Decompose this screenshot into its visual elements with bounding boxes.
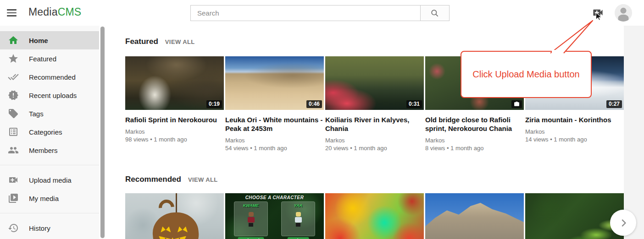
game-character-name: KWAME bbox=[234, 203, 267, 208]
game-title-text: CHOOSE A CHARACTER bbox=[225, 195, 324, 200]
sidebar-item-my-media[interactable]: My media bbox=[0, 189, 99, 207]
sidebar-item-tags[interactable]: Tags bbox=[0, 104, 99, 123]
sidebar-item-label: My media bbox=[29, 195, 59, 202]
video-meta: 14 views • 1 month ago bbox=[525, 136, 624, 143]
video-title[interactable]: Koiliaris River in Kalyves, Chania bbox=[325, 115, 424, 133]
sidebar-item-recent-uploads[interactable]: Recent uploads bbox=[0, 86, 99, 104]
video-thumbnail-river[interactable]: 0:31 bbox=[325, 56, 424, 110]
double-check-icon bbox=[8, 71, 19, 82]
video-title[interactable]: Old bridge close to Rafioli sprint, Nero… bbox=[425, 115, 524, 133]
sidebar: Home Featured Recommended Recent uploads… bbox=[0, 26, 99, 239]
media-card: CHOOSE A CHARACTER KWAME YAA Selected Se… bbox=[225, 193, 324, 239]
camera-badge bbox=[511, 100, 522, 108]
video-thumbnail-waterfall[interactable]: 0:19 bbox=[125, 56, 224, 110]
featured-section-header: Featured VIEW ALL bbox=[125, 37, 195, 46]
annotation-callout-text: Click Upload Media button bbox=[472, 69, 579, 80]
people-icon bbox=[8, 145, 19, 156]
video-author[interactable]: Markos bbox=[125, 128, 224, 136]
sidebar-item-members[interactable]: Members bbox=[0, 141, 99, 159]
recommended-view-all-link[interactable]: VIEW ALL bbox=[188, 176, 218, 183]
content-right-gutter bbox=[624, 26, 644, 239]
mediacms-app: MediaCMS bbox=[0, 0, 644, 239]
video-title[interactable]: Ziria mountain - Korinthos bbox=[525, 115, 624, 124]
video-library-icon bbox=[8, 193, 19, 204]
video-thumbnail-mountain-scree[interactable] bbox=[425, 193, 524, 239]
search-button[interactable] bbox=[420, 5, 449, 21]
history-icon bbox=[8, 223, 19, 234]
video-thumbnail-game-character-select[interactable]: CHOOSE A CHARACTER KWAME YAA Selected Se… bbox=[225, 193, 324, 239]
game-character-sprite bbox=[247, 212, 255, 227]
game-character-panel: YAA bbox=[281, 201, 315, 236]
mountain-shape bbox=[425, 193, 524, 239]
sidebar-item-label: History bbox=[29, 224, 50, 232]
annotation-callout: Click Upload Media button bbox=[461, 51, 592, 98]
media-card bbox=[125, 193, 224, 239]
featured-section-title: Featured bbox=[125, 37, 158, 46]
video-thumbnail-abstract-colors[interactable] bbox=[325, 193, 424, 239]
sidebar-scrollbar-thumb[interactable] bbox=[100, 27, 105, 238]
duration-badge: 0:19 bbox=[206, 100, 222, 108]
video-meta: 8 views • 1 month ago bbox=[425, 144, 524, 152]
video-thumbnail-green-leaves[interactable] bbox=[525, 193, 624, 239]
video-title[interactable]: Leuka Ori - White mountains - Peak at 24… bbox=[225, 115, 324, 133]
user-avatar[interactable] bbox=[615, 4, 632, 22]
sidebar-item-featured[interactable]: Featured bbox=[0, 49, 99, 68]
home-icon bbox=[8, 35, 19, 46]
video-meta: 98 views • 1 month ago bbox=[125, 136, 224, 143]
sidebar-divider bbox=[0, 165, 99, 165]
game-select-button: Select bbox=[288, 237, 309, 239]
video-meta: 20 views • 1 month ago bbox=[325, 144, 424, 152]
sidebar-item-label: Home bbox=[29, 37, 48, 44]
sidebar-item-label: Tags bbox=[29, 110, 44, 118]
new-releases-icon bbox=[8, 90, 19, 101]
video-author[interactable]: Markos bbox=[425, 136, 524, 144]
recommended-section-title: Recommended bbox=[125, 175, 181, 184]
video-author[interactable]: Markos bbox=[525, 128, 624, 136]
annotation-callout-arrow-joint bbox=[552, 50, 563, 54]
video-author[interactable]: Markos bbox=[225, 136, 324, 144]
media-card: 0:46 Leuka Ori - White mountains - Peak … bbox=[225, 56, 324, 152]
sidebar-divider bbox=[0, 213, 99, 213]
pumpkin-body bbox=[151, 211, 200, 239]
search-icon bbox=[430, 9, 439, 18]
game-selected-button: Selected bbox=[238, 237, 264, 239]
star-icon bbox=[8, 53, 19, 64]
search-bar bbox=[190, 5, 450, 21]
logo-part-cms: CMS bbox=[58, 6, 82, 18]
sidebar-item-upload-media[interactable]: Upload media bbox=[0, 171, 99, 189]
app-logo[interactable]: MediaCMS bbox=[28, 6, 81, 18]
featured-view-all-link[interactable]: VIEW ALL bbox=[165, 38, 195, 45]
annotation-callout-arrow bbox=[541, 17, 599, 55]
hamburger-menu-icon[interactable] bbox=[7, 7, 19, 18]
media-card: 0:31 Koiliaris River in Kalyves, Chania … bbox=[325, 56, 424, 152]
sidebar-item-label: Categories bbox=[29, 128, 62, 136]
video-meta: 54 views • 1 month ago bbox=[225, 144, 324, 152]
media-card: 0:19 Rafioli Sprint in Nerokourou Markos… bbox=[125, 56, 224, 152]
duration-badge: 0:46 bbox=[306, 100, 322, 108]
duration-badge: 0:31 bbox=[406, 100, 422, 108]
game-character-sprite bbox=[294, 212, 302, 227]
video-author[interactable]: Markos bbox=[325, 136, 424, 144]
video-title[interactable]: Rafioli Sprint in Nerokourou bbox=[125, 115, 224, 124]
person-icon bbox=[615, 4, 632, 22]
sidebar-item-label: Recommended bbox=[29, 73, 76, 81]
media-card bbox=[525, 193, 624, 239]
carousel-next-button[interactable] bbox=[610, 210, 636, 236]
chevron-right-icon bbox=[617, 217, 629, 229]
media-card bbox=[425, 193, 524, 239]
sidebar-item-label: Upload media bbox=[29, 176, 72, 184]
pumpkin-string bbox=[176, 193, 177, 214]
sidebar-item-recommended[interactable]: Recommended bbox=[0, 68, 99, 86]
sidebar-item-label: Members bbox=[29, 147, 58, 154]
sidebar-item-home[interactable]: Home bbox=[0, 31, 99, 49]
recommended-section-header: Recommended VIEW ALL bbox=[125, 175, 218, 184]
camera-icon bbox=[514, 101, 520, 107]
sidebar-item-categories[interactable]: Categories bbox=[0, 123, 99, 141]
search-input[interactable] bbox=[191, 5, 420, 21]
logo-part-media: Media bbox=[28, 6, 58, 18]
sidebar-item-history[interactable]: History bbox=[0, 219, 99, 237]
video-thumbnail-pumpkin-craft[interactable] bbox=[125, 193, 224, 239]
recommended-cards-row: CHOOSE A CHARACTER KWAME YAA Selected Se… bbox=[125, 193, 624, 239]
video-thumbnail-mountains[interactable]: 0:46 bbox=[225, 56, 324, 110]
categories-list-icon bbox=[8, 126, 19, 137]
